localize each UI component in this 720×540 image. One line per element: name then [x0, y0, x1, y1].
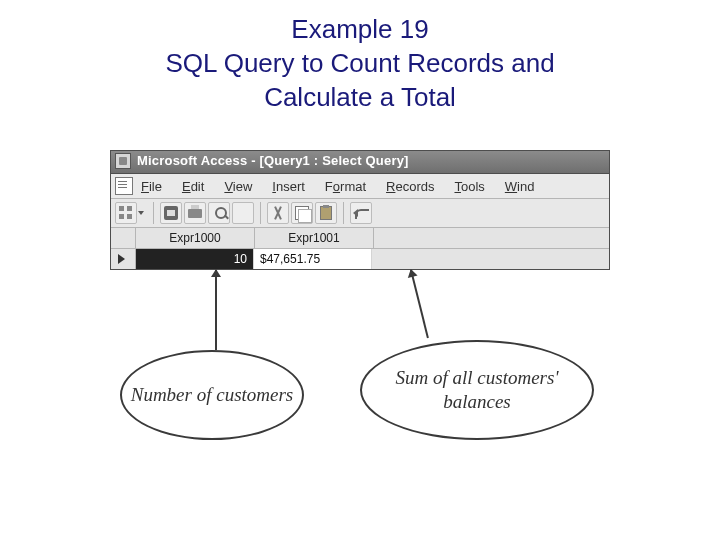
- cell-count[interactable]: 10: [136, 249, 254, 269]
- datasheet-grid: Expr1000 Expr1001 10 $47,651.75: [111, 228, 609, 269]
- titlebar-text: Microsoft Access - [Query1 : Select Quer…: [137, 153, 409, 168]
- toolbar: [111, 199, 609, 228]
- paste-button[interactable]: [315, 202, 337, 224]
- titlebar: Microsoft Access - [Query1 : Select Quer…: [110, 150, 610, 174]
- menu-edit[interactable]: Edit: [182, 179, 204, 194]
- grid-header-row: Expr1000 Expr1001: [111, 228, 609, 249]
- print-preview-button[interactable]: [208, 202, 230, 224]
- menubar: File Edit View Insert Format Records Too…: [111, 174, 609, 199]
- print-button[interactable]: [184, 202, 206, 224]
- menu-view[interactable]: View: [224, 179, 252, 194]
- access-window: Microsoft Access - [Query1 : Select Quer…: [110, 150, 610, 270]
- callout-text: Sum of all customers' balances: [362, 366, 592, 414]
- grid-row-fill: [372, 249, 609, 269]
- spelling-button[interactable]: [232, 202, 254, 224]
- title-line-1: Example 19: [291, 14, 428, 44]
- arrow-icon: [215, 270, 217, 350]
- document-icon[interactable]: [115, 177, 133, 195]
- current-row-icon: [118, 254, 125, 264]
- table-row[interactable]: 10 $47,651.75: [111, 249, 609, 269]
- undo-button[interactable]: [350, 202, 372, 224]
- arrow-icon: [410, 270, 429, 338]
- slide-title: Example 19 SQL Query to Count Records an…: [0, 12, 720, 114]
- annotations: Number of customers Sum of all customers…: [110, 270, 610, 500]
- cut-button[interactable]: [267, 202, 289, 224]
- menu-file[interactable]: File: [141, 179, 162, 194]
- callout-sum-of-balances: Sum of all customers' balances: [360, 340, 594, 440]
- menu-insert[interactable]: Insert: [272, 179, 305, 194]
- column-header-expr1001[interactable]: Expr1001: [255, 228, 374, 248]
- callout-number-of-customers: Number of customers: [120, 350, 304, 440]
- separator-icon: [153, 202, 154, 224]
- save-button[interactable]: [160, 202, 182, 224]
- title-line-2: SQL Query to Count Records and: [165, 48, 554, 78]
- title-line-3: Calculate a Total: [264, 82, 456, 112]
- copy-button[interactable]: [291, 202, 313, 224]
- menu-records[interactable]: Records: [386, 179, 434, 194]
- column-header-expr1000[interactable]: Expr1000: [136, 228, 255, 248]
- view-button[interactable]: [115, 202, 137, 224]
- access-app-icon: [115, 153, 131, 169]
- callout-text: Number of customers: [131, 383, 294, 407]
- cell-sum[interactable]: $47,651.75: [254, 249, 372, 269]
- menu-tools[interactable]: Tools: [454, 179, 484, 194]
- separator-icon: [260, 202, 261, 224]
- separator-icon: [343, 202, 344, 224]
- menu-window[interactable]: Wind: [505, 179, 535, 194]
- row-selector[interactable]: [111, 249, 136, 269]
- menu-format[interactable]: Format: [325, 179, 366, 194]
- select-all-box[interactable]: [111, 228, 136, 248]
- grid-header-fill: [374, 228, 609, 248]
